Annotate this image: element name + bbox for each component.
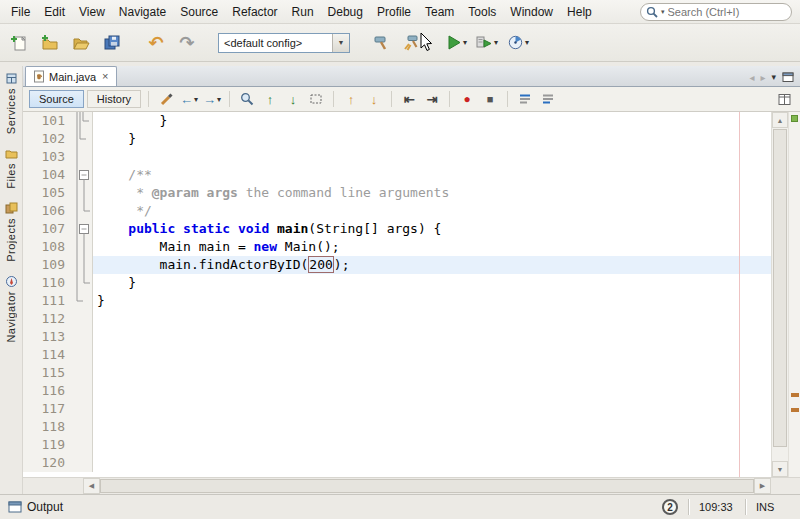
menu-tools[interactable]: Tools	[461, 1, 503, 23]
profile-dropdown-arrow-icon[interactable]: ▾	[525, 38, 529, 47]
line-number[interactable]: 107	[23, 220, 75, 238]
line-number[interactable]: 102	[23, 130, 75, 148]
code-line-107[interactable]: 107 public static void main(String[] arg…	[23, 220, 771, 238]
debug-project-button[interactable]: ▾	[474, 30, 500, 56]
jump-back-button[interactable]: ←▾	[179, 89, 199, 109]
sidebar-item-navigator[interactable]: Navigator	[5, 275, 18, 343]
start-macro-recording-button[interactable]: ●	[457, 89, 477, 109]
code-text[interactable]	[93, 418, 771, 436]
source-view-button[interactable]: Source	[29, 90, 84, 108]
search-scope-arrow-icon[interactable]: ▾	[661, 8, 665, 16]
line-number[interactable]: 119	[23, 436, 75, 454]
code-line-102[interactable]: 102 }	[23, 130, 771, 148]
code-line-111[interactable]: 111}	[23, 292, 771, 310]
code-text[interactable]	[93, 382, 771, 400]
code-line-118[interactable]: 118	[23, 418, 771, 436]
line-number[interactable]: 106	[23, 202, 75, 220]
code-text[interactable]: /**	[93, 166, 771, 184]
code-line-103[interactable]: 103	[23, 148, 771, 166]
code-line-104[interactable]: 104 /**	[23, 166, 771, 184]
redo-button[interactable]: ↷	[174, 30, 200, 56]
code-line-105[interactable]: 105 * @param args the command line argum…	[23, 184, 771, 202]
code-line-115[interactable]: 115	[23, 364, 771, 382]
comment-button[interactable]	[515, 89, 535, 109]
scroll-tabs-left-icon[interactable]: ◂	[749, 72, 754, 83]
line-number[interactable]: 111	[23, 292, 75, 310]
error-stripe-mark[interactable]	[791, 393, 799, 397]
line-number[interactable]: 105	[23, 184, 75, 202]
menu-edit[interactable]: Edit	[37, 1, 72, 23]
search-input[interactable]	[668, 6, 786, 18]
line-number[interactable]: 118	[23, 418, 75, 436]
sidebar-item-files[interactable]: Files	[5, 147, 18, 189]
menu-run[interactable]: Run	[285, 1, 321, 23]
code-text[interactable]	[93, 328, 771, 346]
code-text[interactable]	[93, 310, 771, 328]
quick-search[interactable]: ▾	[640, 3, 792, 21]
profile-project-button[interactable]: ▾	[505, 30, 531, 56]
code-line-114[interactable]: 114	[23, 346, 771, 364]
code-line-112[interactable]: 112	[23, 310, 771, 328]
run-config-dropdown[interactable]: <default config> ▼	[218, 33, 350, 53]
tab-close-icon[interactable]: ×	[100, 71, 108, 82]
code-line-109[interactable]: 109 main.findActorByID(200);	[23, 256, 771, 274]
config-dropdown-arrow-icon[interactable]: ▼	[332, 34, 349, 52]
toggle-rectangular-selection-button[interactable]	[306, 89, 326, 109]
line-number[interactable]: 101	[23, 112, 75, 130]
code-text[interactable]	[93, 148, 771, 166]
code-text[interactable]: }	[93, 274, 771, 292]
line-number[interactable]: 110	[23, 274, 75, 292]
code-text[interactable]	[93, 436, 771, 454]
next-bookmark-button[interactable]: ↓	[364, 89, 384, 109]
code-line-101[interactable]: 101 }	[23, 112, 771, 130]
vertical-scrollbar[interactable]: ▲ ▼	[771, 112, 788, 477]
tab-main-java[interactable]: Main.java ×	[25, 66, 117, 86]
sidebar-item-projects[interactable]: Projects	[5, 202, 18, 262]
line-number[interactable]: 108	[23, 238, 75, 256]
menu-refactor[interactable]: Refactor	[225, 1, 284, 23]
undo-button[interactable]: ↶	[143, 30, 169, 56]
split-document-button[interactable]	[774, 89, 794, 109]
previous-bookmark-button[interactable]: ↑	[341, 89, 361, 109]
code-text[interactable]: */	[93, 202, 771, 220]
code-text[interactable]: }	[93, 130, 771, 148]
find-next-button[interactable]: ↓	[283, 89, 303, 109]
code-text[interactable]: }	[93, 292, 771, 310]
find-previous-button[interactable]: ↑	[260, 89, 280, 109]
open-project-button[interactable]	[68, 30, 94, 56]
sidebar-item-services[interactable]: Services	[5, 72, 18, 134]
horizontal-scrollbar[interactable]: ◀ ▶	[23, 477, 800, 494]
code-text[interactable]	[93, 346, 771, 364]
last-edit-button[interactable]	[156, 89, 176, 109]
new-file-button[interactable]	[6, 30, 32, 56]
menu-file[interactable]: File	[4, 1, 37, 23]
notifications-badge[interactable]: 2	[662, 499, 678, 515]
code-lines[interactable]: 101 }102 }103104 /**105 * @param args th…	[23, 112, 771, 477]
maximize-window-icon[interactable]	[782, 71, 794, 83]
shift-right-button[interactable]: ⇥	[422, 89, 442, 109]
run-project-button[interactable]: ▾	[443, 30, 469, 56]
line-number[interactable]: 115	[23, 364, 75, 382]
menu-source[interactable]: Source	[173, 1, 225, 23]
error-stripe[interactable]	[788, 112, 800, 477]
scroll-tabs-right-icon[interactable]: ▸	[760, 72, 765, 83]
code-line-117[interactable]: 117	[23, 400, 771, 418]
code-line-110[interactable]: 110 }	[23, 274, 771, 292]
uncomment-button[interactable]	[538, 89, 558, 109]
new-project-button[interactable]	[37, 30, 63, 56]
save-all-button[interactable]	[99, 30, 125, 56]
debug-dropdown-arrow-icon[interactable]: ▾	[494, 38, 498, 47]
line-number[interactable]: 112	[23, 310, 75, 328]
code-editor[interactable]: 101 }102 }103104 /**105 * @param args th…	[23, 112, 800, 477]
line-number[interactable]: 103	[23, 148, 75, 166]
code-text[interactable]	[93, 400, 771, 418]
code-text[interactable]: main.findActorByID(200);	[93, 256, 771, 274]
menu-team[interactable]: Team	[418, 1, 461, 23]
code-line-116[interactable]: 116	[23, 382, 771, 400]
menu-navigate[interactable]: Navigate	[112, 1, 173, 23]
line-number[interactable]: 116	[23, 382, 75, 400]
menu-debug[interactable]: Debug	[321, 1, 370, 23]
vertical-scrollbar-thumb[interactable]	[773, 129, 787, 447]
build-project-button[interactable]	[368, 30, 394, 56]
line-number[interactable]: 117	[23, 400, 75, 418]
